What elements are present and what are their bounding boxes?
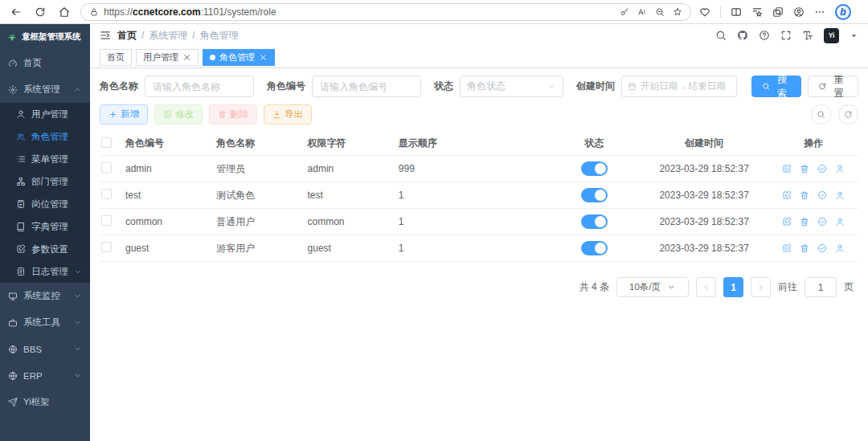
- app-logo[interactable]: 意框架管理系统: [0, 24, 90, 50]
- avatar-caret-down-icon[interactable]: [850, 31, 858, 40]
- browser-back-button[interactable]: [8, 4, 24, 20]
- row-edit-icon[interactable]: [782, 190, 792, 200]
- sidebar-item-home[interactable]: 首页: [0, 50, 90, 76]
- active-dot: [210, 55, 215, 60]
- sidebar-item-bbs[interactable]: BBS: [0, 336, 90, 362]
- bing-chat-icon[interactable]: b: [835, 4, 851, 20]
- favorite-star-icon[interactable]: [673, 7, 682, 17]
- row-assign-user-icon[interactable]: [835, 243, 845, 253]
- page-size-select[interactable]: 10条/页: [616, 277, 689, 297]
- favorites-hub-icon[interactable]: [751, 6, 763, 18]
- row-delete-icon[interactable]: [800, 190, 809, 200]
- row-edit-icon[interactable]: [782, 164, 792, 174]
- browser-refresh-button[interactable]: [32, 4, 48, 20]
- row-auth-icon[interactable]: [817, 190, 827, 200]
- sidebar-item-dict-mgmt[interactable]: 字典管理: [0, 215, 90, 238]
- role-code-input[interactable]: [312, 76, 421, 97]
- sidebar-item-yi-framework[interactable]: Yi框架: [0, 389, 90, 415]
- list-icon: [16, 154, 26, 164]
- sidebar-item-menu-mgmt[interactable]: 菜单管理: [0, 148, 90, 170]
- row-delete-icon[interactable]: [800, 164, 809, 174]
- sidebar-item-user-mgmt[interactable]: 用户管理: [0, 103, 90, 125]
- sidebar-item-dept-mgmt[interactable]: 部门管理: [0, 170, 90, 193]
- status-toggle[interactable]: [581, 161, 608, 176]
- menu-fold-icon[interactable]: [100, 30, 111, 41]
- row-assign-user-icon[interactable]: [835, 217, 845, 227]
- col-display-order: 显示顺序: [397, 132, 549, 156]
- table-row: common 普通用户 common 1 2023-03-29 18:52:37: [100, 209, 858, 235]
- row-checkbox[interactable]: [101, 215, 112, 226]
- refresh-icon: [818, 82, 826, 91]
- tab-home[interactable]: 首页: [100, 49, 132, 66]
- sidebar-item-post-mgmt[interactable]: 岗位管理: [0, 193, 90, 215]
- row-delete-icon[interactable]: [800, 217, 809, 227]
- select-all-checkbox[interactable]: [101, 137, 112, 148]
- breadcrumb-system-mgmt[interactable]: 系统管理: [149, 29, 187, 43]
- browser-profile-icon[interactable]: [793, 6, 805, 18]
- total-count: 共 4 条: [579, 280, 609, 294]
- reset-button[interactable]: 重置: [808, 76, 858, 97]
- status-toggle[interactable]: [581, 241, 608, 255]
- sidebar-item-role-mgmt[interactable]: 角色管理: [0, 125, 90, 148]
- more-menu-icon[interactable]: [814, 6, 825, 18]
- user-avatar[interactable]: Yi: [824, 28, 839, 43]
- next-page-button[interactable]: [751, 277, 771, 297]
- refresh-table-button[interactable]: [838, 104, 858, 125]
- sidebar-item-param-settings[interactable]: 参数设置: [0, 238, 90, 260]
- split-screen-icon[interactable]: [731, 6, 742, 18]
- search-button[interactable]: 搜索: [751, 76, 802, 97]
- password-key-icon[interactable]: [620, 7, 629, 17]
- delete-button[interactable]: 删除: [209, 104, 257, 125]
- fullscreen-icon[interactable]: [780, 30, 792, 41]
- address-bar[interactable]: https://ccnetcore.com:1101/system/role: [80, 3, 691, 21]
- row-edit-icon[interactable]: [782, 217, 792, 227]
- font-size-icon[interactable]: [802, 30, 813, 41]
- sidebar-item-system-tools[interactable]: 系统工具: [0, 309, 90, 336]
- tree-icon: [16, 177, 26, 186]
- browser-essentials-icon[interactable]: [699, 6, 710, 18]
- row-delete-icon[interactable]: [800, 243, 809, 253]
- date-range-picker[interactable]: 开始日期 - 结束日期: [621, 76, 737, 97]
- toggle-search-button[interactable]: [811, 104, 831, 125]
- status-toggle[interactable]: [581, 214, 608, 229]
- close-icon[interactable]: [259, 53, 268, 62]
- book-icon: [16, 222, 26, 231]
- row-checkbox[interactable]: [101, 189, 112, 199]
- sidebar-item-erp[interactable]: ERP: [0, 362, 90, 389]
- page-number-button[interactable]: 1: [723, 277, 743, 297]
- row-assign-user-icon[interactable]: [835, 164, 845, 174]
- row-checkbox[interactable]: [101, 162, 112, 173]
- sidebar-item-log-mgmt[interactable]: 日志管理: [0, 260, 90, 283]
- row-auth-icon[interactable]: [817, 164, 827, 174]
- help-icon[interactable]: [759, 30, 770, 41]
- tab-role-mgmt[interactable]: 角色管理: [203, 49, 275, 66]
- edit-button[interactable]: 修改: [154, 104, 203, 125]
- breadcrumb-home[interactable]: 首页: [117, 29, 137, 43]
- row-auth-icon[interactable]: [817, 217, 827, 227]
- close-icon[interactable]: [182, 53, 191, 62]
- sidebar-item-system-monitor[interactable]: 系统监控: [0, 283, 90, 309]
- sidebar-item-system-mgmt[interactable]: 系统管理: [0, 76, 90, 103]
- prev-page-button[interactable]: [696, 277, 716, 297]
- export-button[interactable]: 导出: [264, 104, 312, 125]
- read-aloud-icon[interactable]: [637, 7, 647, 17]
- status-toggle[interactable]: [581, 188, 608, 202]
- col-role-code: 角色编号: [124, 132, 215, 156]
- browser-home-button[interactable]: [56, 4, 72, 20]
- role-name-input[interactable]: [145, 76, 254, 97]
- github-icon[interactable]: [737, 30, 748, 41]
- add-button[interactable]: 新增: [100, 104, 148, 125]
- edit-pen-icon: [16, 244, 26, 254]
- header-search-icon[interactable]: [715, 30, 727, 41]
- row-edit-icon[interactable]: [782, 243, 792, 253]
- row-assign-user-icon[interactable]: [835, 190, 845, 200]
- goto-page-input[interactable]: [805, 277, 837, 297]
- row-checkbox[interactable]: [101, 242, 112, 252]
- status-select[interactable]: 角色状态: [460, 76, 563, 97]
- zoom-out-icon[interactable]: [655, 7, 665, 17]
- table-row: admin 管理员 admin 999 2023-03-29 18:52:37: [100, 156, 858, 182]
- collections-icon[interactable]: [772, 6, 784, 18]
- tab-user-mgmt[interactable]: 用户管理: [136, 49, 199, 66]
- roles-table: 角色编号 角色名称 权限字符 显示顺序 状态 创建时间 操作 admin 管理员: [100, 132, 858, 262]
- row-auth-icon[interactable]: [817, 243, 827, 253]
